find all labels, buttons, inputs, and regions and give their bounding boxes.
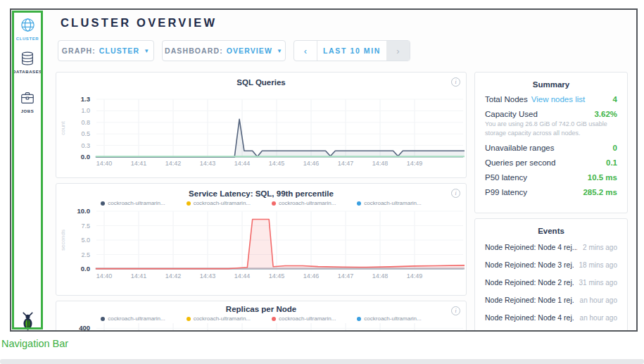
summary-row-capacity-used: Capacity Used 3.62% You are using 26.8 G…	[475, 106, 627, 140]
legend-label: cockroach-ultramarin...	[279, 200, 336, 206]
legend-dot-icon	[101, 201, 105, 206]
time-range-prev-button[interactable]: ‹	[294, 41, 317, 61]
chart-panel-sql-queries: SQL Queries i 1.31.00.80.50.30.014:4014:…	[56, 72, 467, 178]
navigation-bar-annotation-label: Navigation Bar	[1, 338, 68, 349]
view-nodes-list-link[interactable]: View nodes list	[531, 95, 586, 103]
svg-text:0.0: 0.0	[81, 265, 90, 272]
svg-text:0.0: 0.0	[81, 153, 90, 161]
graph-dropdown-label: GRAPH:	[62, 46, 96, 55]
svg-text:14:49: 14:49	[407, 160, 423, 167]
chart-title: SQL Queries	[56, 78, 466, 87]
info-icon[interactable]: i	[451, 306, 460, 315]
event-row[interactable]: Node Rejoined: Node 1 rej... an hour ago	[475, 291, 627, 308]
svg-text:1.3: 1.3	[81, 95, 90, 103]
events-panel: Events Node Rejoined: Node 4 rej... 2 mi…	[474, 218, 628, 332]
graph-dropdown[interactable]: GRAPH: CLUSTER ▼	[58, 40, 154, 61]
legend-item[interactable]: cockroach-ultramarin...	[101, 315, 165, 322]
jobs-briefcase-icon	[20, 96, 35, 108]
navigation-bar: CLUSTER DATABASES	[11, 10, 44, 330]
sidebar-item-label: DATABASES	[11, 70, 44, 74]
databases-icon	[20, 56, 35, 68]
time-range-value[interactable]: LAST 10 MIN	[317, 41, 386, 61]
event-row[interactable]: Node Rejoined: Node 2 rej... 31 mins ago	[475, 273, 627, 291]
sidebar-item-label: CLUSTER	[11, 37, 44, 41]
chart-legend: cockroach-ultramarin...cockroach-ultrama…	[56, 200, 466, 206]
event-time: 31 mins ago	[574, 279, 617, 287]
event-row[interactable]: Node Rejoined: Node 4 rej... an hour ago	[475, 308, 627, 326]
legend-dot-icon	[357, 317, 361, 321]
dashboard-dropdown-label: DASHBOARD:	[165, 46, 223, 55]
svg-text:0.3: 0.3	[81, 142, 90, 149]
legend-label: cockroach-ultramarin...	[364, 200, 421, 206]
legend-dot-icon	[187, 317, 191, 321]
summary-row-total-nodes: Total Nodes View nodes list 4	[475, 92, 627, 106]
summary-label: Queries per second	[485, 158, 555, 167]
sidebar-item-databases[interactable]: DATABASES	[11, 51, 44, 74]
admin-ui-window: CLUSTER DATABASES	[10, 8, 638, 332]
cockroachdb-logo[interactable]	[11, 311, 44, 332]
event-message: Node Rejoined: Node 4 rej...	[485, 313, 574, 322]
sidebar-item-label: JOBS	[11, 109, 44, 113]
legend-label: cockroach-ultramarin...	[194, 200, 251, 206]
graph-dropdown-value: CLUSTER	[99, 46, 139, 55]
legend-item[interactable]: cockroach-ultramarin...	[272, 200, 336, 206]
legend-label: cockroach-ultramarin...	[194, 315, 251, 322]
summary-row-unavailable-ranges: Unavailable ranges 0	[475, 140, 627, 155]
svg-text:1.0: 1.0	[81, 107, 90, 114]
dashboard-dropdown[interactable]: DASHBOARD: OVERVIEW ▼	[162, 40, 286, 61]
legend-item[interactable]: cockroach-ultramarin...	[187, 315, 251, 322]
chart-panel-service-latency: Service Latency: SQL, 99th percentile i …	[56, 183, 467, 296]
event-message: Node Rejoined: Node 1 rej...	[485, 296, 574, 304]
summary-panel: Summary Total Nodes View nodes list 4 Ca…	[474, 72, 628, 213]
summary-label: P50 latency	[485, 173, 527, 182]
replicas-per-node-chart: 400	[56, 323, 467, 332]
svg-text:14:41: 14:41	[131, 160, 147, 167]
summary-label: P99 latency	[485, 188, 527, 196]
legend-item[interactable]: cockroach-ultramarin...	[357, 200, 421, 206]
page-title: CLUSTER OVERVIEW	[61, 16, 217, 30]
event-time: an hour ago	[574, 314, 617, 322]
sidebar-item-cluster[interactable]: CLUSTER	[11, 17, 44, 41]
summary-label: Capacity Used	[485, 110, 538, 118]
page-bottom-strip	[0, 359, 644, 364]
time-range-next-button-disabled[interactable]: ›	[386, 41, 410, 61]
svg-text:14:45: 14:45	[269, 272, 285, 280]
summary-value: 285.2 ms	[583, 188, 617, 196]
summary-value: 0.1	[606, 158, 617, 167]
event-row[interactable]: Node Rejoined: Node 4 rej... 2 mins ago	[475, 238, 627, 256]
svg-text:14:49: 14:49	[407, 272, 423, 280]
legend-item[interactable]: cockroach-ultramarin...	[357, 315, 421, 322]
svg-text:400: 400	[79, 324, 90, 332]
svg-text:14:46: 14:46	[303, 160, 320, 167]
info-icon[interactable]: i	[451, 189, 460, 198]
service-latency-chart: 10.07.55.02.50.014:4014:4114:4214:4314:4…	[56, 208, 467, 284]
summary-value: 0	[613, 144, 617, 152]
cluster-globe-icon	[20, 23, 36, 35]
legend-label: cockroach-ultramarin...	[108, 315, 165, 322]
chart-legend: cockroach-ultramarin...cockroach-ultrama…	[56, 315, 466, 322]
summary-row-queries-per-second: Queries per second 0.1	[475, 155, 627, 170]
sidebar-item-jobs[interactable]: JOBS	[11, 90, 44, 113]
legend-item[interactable]: cockroach-ultramarin...	[187, 200, 251, 206]
svg-text:14:45: 14:45	[269, 160, 285, 167]
event-message: Node Rejoined: Node 2 rej...	[485, 278, 574, 287]
svg-text:count: count	[60, 120, 66, 134]
chart-panel-replicas-per-node: Replicas per Node i cockroach-ultramarin…	[56, 301, 467, 332]
svg-text:10.0: 10.0	[77, 208, 91, 215]
legend-item[interactable]: cockroach-ultramarin...	[272, 315, 336, 322]
svg-text:0.8: 0.8	[81, 119, 90, 126]
events-title: Events	[475, 227, 627, 235]
legend-label: cockroach-ultramarin...	[279, 315, 336, 322]
dashboard-dropdown-value: OVERVIEW	[227, 46, 272, 55]
chart-title: Service Latency: SQL, 99th percentile	[56, 189, 466, 198]
summary-row-p50-latency: P50 latency 10.5 ms	[475, 170, 627, 184]
event-time: an hour ago	[574, 296, 617, 304]
legend-dot-icon	[357, 201, 361, 206]
info-icon[interactable]: i	[451, 77, 460, 87]
svg-text:14:41: 14:41	[131, 272, 147, 280]
legend-item[interactable]: cockroach-ultramarin...	[101, 200, 165, 206]
event-row[interactable]: Node Rejoined: Node 3 rej... 18 mins ago	[475, 256, 627, 273]
svg-text:7.5: 7.5	[81, 222, 90, 230]
chart-title: Replicas per Node	[56, 305, 466, 313]
legend-dot-icon	[272, 317, 276, 321]
